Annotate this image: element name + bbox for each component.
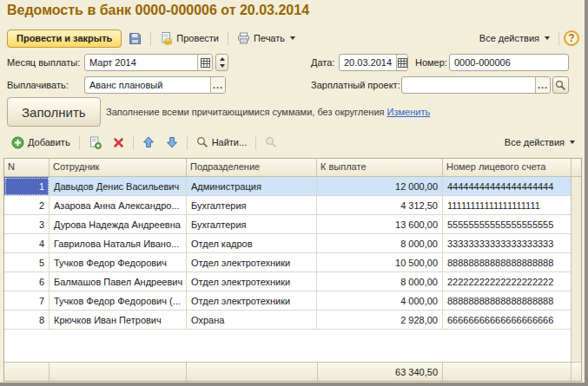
post-and-close-button[interactable]: Провести и закрыть bbox=[7, 29, 122, 48]
spin-up-icon[interactable] bbox=[220, 57, 225, 61]
save-icon bbox=[129, 32, 142, 45]
calendar-icon[interactable] bbox=[197, 55, 212, 70]
cell-amount[interactable]: 13 600,00 bbox=[317, 215, 443, 234]
save-button[interactable] bbox=[124, 29, 146, 49]
cell-employee[interactable]: Балмашов Павел Андреевич bbox=[50, 272, 187, 291]
toolbar-separator bbox=[255, 135, 256, 150]
fill-button[interactable]: Заполнить bbox=[7, 97, 101, 127]
table-row[interactable]: 1 Давыдов Денис Васильевич Администрация… bbox=[4, 177, 571, 196]
find-button[interactable]: Найти... bbox=[192, 133, 252, 152]
cell-n[interactable]: 4 bbox=[4, 234, 50, 253]
arrow-down-icon bbox=[166, 136, 178, 148]
table-row[interactable]: 2 Азарова Анна Александро... Бухгалтерия… bbox=[4, 196, 571, 215]
spin-down-icon[interactable] bbox=[220, 64, 225, 68]
choose-button[interactable]: ... bbox=[535, 77, 550, 93]
cell-department[interactable]: Отдел кадров bbox=[187, 234, 317, 253]
cell-amount[interactable]: 10 500,00 bbox=[317, 253, 443, 272]
column-header-amount[interactable]: К выплате bbox=[317, 159, 443, 176]
document-window: Ведомость в банк 0000-000006 от 20.03.20… bbox=[0, 0, 585, 383]
column-header-account[interactable]: Номер лицевого счета bbox=[443, 159, 571, 176]
find-button-label: Найти... bbox=[212, 137, 248, 147]
move-down-button[interactable] bbox=[162, 133, 182, 152]
cell-n[interactable]: 2 bbox=[4, 196, 50, 215]
cell-employee[interactable]: Давыдов Денис Васильевич bbox=[50, 177, 187, 196]
table-row[interactable]: 7 Тучков Федор Федорович (... Отдел элек… bbox=[4, 291, 571, 311]
cell-employee[interactable]: Азарова Анна Александро... bbox=[50, 196, 187, 215]
cell-department[interactable]: Охрана bbox=[187, 311, 317, 330]
cell-amount[interactable]: 8 000,00 bbox=[317, 234, 443, 253]
cell-account[interactable]: 33333333333333333333 bbox=[443, 234, 571, 253]
delete-row-button[interactable] bbox=[109, 134, 129, 152]
cell-account[interactable]: 44444444444444444444 bbox=[443, 177, 571, 196]
column-header-n[interactable]: N bbox=[4, 159, 50, 176]
cell-account[interactable]: 88888888888888888888 bbox=[443, 291, 571, 311]
cell-department[interactable]: Бухгалтерия bbox=[187, 196, 317, 215]
cell-employee[interactable]: Тучков Федор Федорович bbox=[50, 253, 187, 272]
table-row[interactable]: 8 Крючков Иван Петрович Охрана 2 928,00 … bbox=[4, 311, 571, 330]
column-header-employee[interactable]: Сотрудник bbox=[50, 159, 187, 176]
cell-employee[interactable]: Гаврилова Наталья Ивано... bbox=[50, 234, 187, 253]
fill-hint-text: Заполнение всеми причитающимися суммами,… bbox=[106, 107, 385, 117]
date-field[interactable]: 20.03.2014 bbox=[339, 54, 408, 71]
toolbar-separator bbox=[133, 135, 134, 150]
cell-amount[interactable]: 4 000,00 bbox=[317, 291, 443, 311]
cell-department[interactable]: Отдел электротехники bbox=[187, 291, 317, 311]
cell-amount[interactable]: 2 928,00 bbox=[317, 311, 443, 330]
list-all-actions-label: Все действия bbox=[505, 137, 565, 147]
table-row[interactable]: 4 Гаврилова Наталья Ивано... Отдел кадро… bbox=[4, 234, 571, 253]
month-field[interactable]: Март 2014 bbox=[84, 54, 213, 71]
choose-button[interactable]: ... bbox=[210, 77, 225, 93]
vertical-scrollbar[interactable] bbox=[571, 177, 581, 362]
cell-account[interactable]: 88888888888888888888 bbox=[443, 253, 571, 272]
cell-account[interactable]: 22222222222222222222 bbox=[443, 272, 571, 291]
month-field-value: Март 2014 bbox=[85, 55, 197, 70]
cell-n[interactable]: 6 bbox=[4, 272, 50, 291]
total-amount: 63 340,50 bbox=[317, 363, 443, 381]
number-field[interactable]: 0000-000006 bbox=[449, 54, 569, 71]
month-spinner[interactable] bbox=[215, 54, 228, 71]
table-row[interactable]: 5 Тучков Федор Федорович Отдел электроте… bbox=[4, 253, 571, 272]
cell-n[interactable]: 5 bbox=[4, 253, 50, 272]
move-up-button[interactable] bbox=[138, 133, 159, 152]
cell-account[interactable]: 55555555555555555555 bbox=[443, 215, 571, 234]
post-button[interactable]: Провести bbox=[155, 29, 223, 49]
cell-account[interactable]: 11111111111111111111 bbox=[443, 196, 571, 215]
copy-row-button[interactable] bbox=[84, 133, 106, 153]
cell-department[interactable]: Отдел электротехники bbox=[187, 253, 317, 272]
cell-employee[interactable]: Дурова Надежда Андреевна bbox=[50, 215, 187, 234]
chevron-down-icon bbox=[570, 141, 575, 144]
project-search-button[interactable] bbox=[552, 76, 569, 94]
cell-amount[interactable]: 4 312,50 bbox=[317, 196, 443, 215]
project-field[interactable]: ... bbox=[401, 76, 551, 94]
cell-n[interactable]: 7 bbox=[4, 291, 50, 311]
pay-field[interactable]: Аванс плановый ... bbox=[84, 76, 226, 94]
cell-n[interactable]: 3 bbox=[4, 215, 50, 234]
cell-department[interactable]: Отдел электротехники bbox=[187, 272, 317, 291]
print-button[interactable]: Печать bbox=[233, 29, 300, 49]
cell-employee[interactable]: Тучков Федор Федорович (... bbox=[50, 291, 187, 311]
cancel-find-button[interactable] bbox=[261, 133, 281, 152]
list-all-actions-button[interactable]: Все действия bbox=[500, 134, 579, 151]
arrow-up-icon bbox=[142, 136, 155, 148]
cell-employee[interactable]: Крючков Иван Петрович bbox=[50, 311, 187, 330]
table-row[interactable]: 6 Балмашов Павел Андреевич Отдел электро… bbox=[4, 272, 571, 291]
cell-department[interactable]: Администрация bbox=[187, 177, 317, 196]
cell-account[interactable]: 66666666666666666666 bbox=[443, 311, 571, 330]
change-link[interactable]: Изменить bbox=[387, 107, 431, 117]
toolbar-separator bbox=[150, 31, 151, 46]
cell-n[interactable]: 8 bbox=[4, 311, 50, 330]
table-empty-area[interactable] bbox=[4, 330, 571, 362]
cell-amount[interactable]: 8 000,00 bbox=[317, 272, 443, 291]
cell-department[interactable]: Бухгалтерия bbox=[187, 215, 317, 234]
table-row[interactable]: 3 Дурова Надежда Андреевна Бухгалтерия 1… bbox=[4, 215, 571, 234]
all-actions-button[interactable]: Все действия bbox=[475, 29, 554, 47]
help-button[interactable]: ? bbox=[564, 30, 579, 46]
cell-n[interactable]: 1 bbox=[4, 177, 50, 196]
employees-table: N Сотрудник Подразделение К выплате Номе… bbox=[3, 158, 582, 382]
pay-field-label: Выплачивать: bbox=[7, 80, 69, 90]
add-row-button[interactable]: Добавить bbox=[7, 133, 75, 153]
cell-amount[interactable]: 12 000,00 bbox=[317, 177, 443, 196]
column-header-department[interactable]: Подразделение bbox=[187, 159, 317, 176]
calendar-icon[interactable] bbox=[396, 55, 407, 70]
all-actions-label: Все действия bbox=[479, 33, 539, 43]
